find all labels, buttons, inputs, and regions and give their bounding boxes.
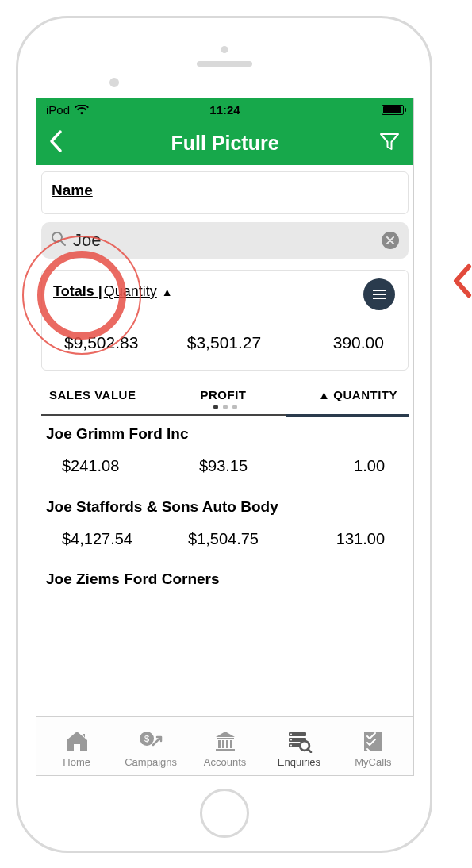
dot-active	[213, 405, 218, 409]
sort-ascending-icon: ▲	[318, 388, 330, 401]
svg-rect-8	[230, 740, 232, 748]
tab-mycalls[interactable]: MyCalls	[336, 728, 410, 768]
tab-home[interactable]: Home	[40, 728, 113, 768]
search-input[interactable]	[68, 229, 382, 252]
row-profit: $1,504.75	[170, 530, 278, 548]
totals-card: Totals | Quantity ▲ $9,502.83 $3,501.27 …	[41, 270, 409, 371]
svg-rect-9	[216, 749, 235, 751]
menu-button[interactable]	[363, 278, 395, 310]
tab-label: Home	[63, 756, 90, 768]
name-label: Name	[52, 182, 93, 198]
tab-campaigns[interactable]: $ Campaigns	[113, 728, 187, 768]
mycalls-icon	[359, 728, 386, 755]
svg-line-1	[61, 241, 65, 245]
dot	[232, 405, 237, 409]
totals-sales-value: $9,502.83	[58, 333, 171, 352]
content-area: Name Totals | Quantity ▲ $	[36, 165, 413, 716]
totals-quantity: 390.00	[278, 333, 392, 352]
totals-label: Totals |	[53, 283, 102, 300]
row-quantity: 131.00	[277, 530, 396, 548]
tab-label: MyCalls	[355, 756, 391, 768]
app-header: Full Picture	[36, 121, 413, 165]
battery-icon	[382, 105, 404, 115]
list-item[interactable]: Joe Staffords & Sons Auto Body $4,127.54…	[41, 490, 409, 563]
clear-search-button[interactable]	[382, 232, 399, 249]
tab-enquiries[interactable]: Enquiries	[262, 728, 336, 768]
tab-label: Enquiries	[278, 756, 320, 768]
col-quantity[interactable]: ▲QUANTITY	[282, 388, 404, 401]
svg-rect-5	[218, 740, 221, 748]
row-profit: $93.15	[170, 457, 278, 475]
tab-bar: Home $ Campaigns Accounts Enquiries	[36, 716, 413, 775]
screen: iPod 11:24 Full Picture Name	[36, 98, 414, 776]
totals-quantity-label: Quantity	[104, 283, 157, 300]
device-label: iPod	[46, 103, 70, 117]
phone-frame: iPod 11:24 Full Picture Name	[16, 16, 432, 853]
accounts-icon	[212, 728, 239, 755]
row-name: Joe Grimm Ford Inc	[46, 424, 404, 457]
row-name: Joe Ziems Ford Corners	[46, 569, 404, 588]
list-item[interactable]: Joe Ziems Ford Corners	[41, 563, 409, 588]
dot	[223, 405, 228, 409]
totals-header[interactable]: Totals | Quantity ▲	[53, 283, 397, 300]
camera-dot	[221, 46, 228, 53]
svg-rect-7	[226, 740, 228, 748]
home-button[interactable]	[200, 789, 249, 838]
status-bar: iPod 11:24	[36, 98, 413, 121]
row-name: Joe Staffords & Sons Auto Body	[46, 497, 404, 530]
edge-chevron-icon	[450, 262, 472, 303]
filter-button[interactable]	[378, 130, 401, 156]
svg-point-0	[52, 232, 62, 242]
speaker-slot	[197, 61, 252, 67]
page-title: Full Picture	[171, 132, 278, 155]
row-sales-value: $4,127.54	[62, 530, 170, 548]
campaigns-icon: $	[137, 728, 164, 755]
tab-label: Campaigns	[125, 756, 177, 768]
svg-text:$: $	[144, 734, 149, 743]
home-icon	[63, 728, 90, 755]
status-time: 11:24	[209, 103, 240, 117]
totals-values: $9,502.83 $3,501.27 390.00	[53, 333, 397, 352]
search-bar[interactable]	[41, 222, 409, 259]
wifi-icon	[75, 105, 89, 115]
back-button[interactable]	[48, 129, 65, 156]
svg-line-19	[308, 749, 311, 752]
row-sales-value: $241.08	[62, 457, 170, 475]
search-icon	[51, 231, 67, 250]
list-item[interactable]: Joe Grimm Ford Inc $241.08 $93.15 1.00	[41, 417, 409, 490]
col-profit[interactable]: PROFIT	[165, 388, 281, 401]
enquiries-icon	[286, 728, 313, 755]
sort-ascending-icon: ▲	[162, 286, 173, 298]
sensor-dot	[109, 78, 119, 87]
tab-label: Accounts	[204, 756, 246, 768]
col-sales-value[interactable]: SALES VALUE	[46, 388, 165, 401]
svg-point-14	[290, 739, 292, 741]
row-quantity: 1.00	[277, 457, 396, 475]
svg-point-15	[290, 745, 292, 747]
tab-accounts[interactable]: Accounts	[188, 728, 262, 768]
svg-rect-4	[217, 738, 234, 739]
totals-profit: $3,501.27	[171, 333, 277, 352]
page-dots	[41, 405, 409, 409]
name-card[interactable]: Name	[41, 171, 409, 214]
svg-rect-6	[222, 740, 224, 748]
svg-point-13	[290, 734, 292, 735]
